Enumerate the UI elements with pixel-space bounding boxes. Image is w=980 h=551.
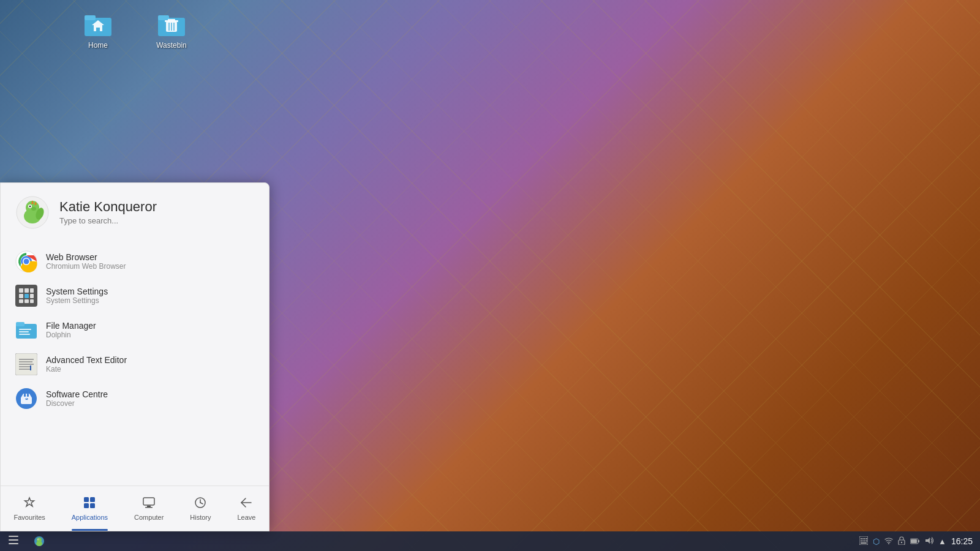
app-launcher: Katie Konqueror Web Browser xyxy=(0,182,270,531)
file-manager-subtitle: Dolphin xyxy=(46,331,96,339)
svg-point-69 xyxy=(36,541,42,546)
svg-rect-78 xyxy=(862,540,864,541)
nav-item-history[interactable]: History xyxy=(178,491,223,526)
nav-item-leave[interactable]: Leave xyxy=(225,491,268,526)
wifi-icon[interactable] xyxy=(884,536,893,547)
svg-point-18 xyxy=(31,207,36,211)
web-browser-name: Web Browser xyxy=(46,252,126,262)
nav-item-computer[interactable]: Computer xyxy=(122,491,176,526)
taskbar-kde-icon[interactable] xyxy=(33,535,45,547)
file-manager-text: File Manager Dolphin xyxy=(46,321,96,339)
svg-point-84 xyxy=(901,541,902,542)
svg-rect-40 xyxy=(19,334,30,335)
svg-rect-81 xyxy=(861,542,867,544)
nav-history-label: History xyxy=(190,514,211,521)
desktop-icon-wastebin[interactable]: Wastebin xyxy=(147,9,196,50)
leave-icon xyxy=(239,496,253,511)
svg-rect-37 xyxy=(16,322,24,326)
home-icon-label: Home xyxy=(88,41,108,50)
svg-rect-55 xyxy=(84,503,89,508)
svg-rect-32 xyxy=(30,294,34,298)
web-browser-subtitle: Chromium Web Browser xyxy=(46,262,126,271)
app-item-file-manager[interactable]: File Manager Dolphin xyxy=(1,313,269,347)
svg-rect-51 xyxy=(27,394,29,397)
svg-rect-64 xyxy=(9,536,18,537)
taskbar-right: ⬡ xyxy=(852,536,980,547)
svg-rect-39 xyxy=(19,331,29,332)
nav-item-applications[interactable]: Applications xyxy=(59,491,120,526)
keyboard-icon[interactable] xyxy=(859,536,868,547)
desktop-icon-home[interactable]: Home xyxy=(74,9,123,50)
app-item-advanced-text-editor[interactable]: Advanced Text Editor Kate xyxy=(1,347,269,381)
software-centre-name: Software Centre xyxy=(46,389,108,399)
svg-rect-56 xyxy=(90,503,95,508)
app-item-system-settings[interactable]: System Settings System Settings xyxy=(1,279,269,313)
svg-point-17 xyxy=(29,206,31,208)
svg-rect-73 xyxy=(861,538,862,539)
svg-marker-88 xyxy=(925,538,930,544)
web-browser-text: Web Browser Chromium Web Browser xyxy=(46,252,126,271)
svg-rect-27 xyxy=(19,288,23,293)
svg-line-62 xyxy=(200,503,203,504)
svg-rect-30 xyxy=(19,294,23,298)
file-manager-name: File Manager xyxy=(46,321,96,331)
app-item-software-centre[interactable]: Software Centre Discover xyxy=(1,381,269,416)
svg-rect-9 xyxy=(168,19,175,21)
svg-point-71 xyxy=(38,539,39,539)
software-centre-subtitle: Discover xyxy=(46,399,108,408)
svg-rect-28 xyxy=(24,288,29,293)
wastebin-icon-label: Wastebin xyxy=(156,41,187,50)
nav-favourites-label: Favourites xyxy=(13,514,45,521)
clock-display: 16:25 xyxy=(951,536,973,546)
svg-rect-80 xyxy=(866,540,867,541)
svg-rect-54 xyxy=(90,497,95,502)
system-settings-subtitle: System Settings xyxy=(46,296,108,305)
svg-rect-79 xyxy=(864,540,865,541)
svg-rect-47 xyxy=(30,365,31,370)
svg-rect-49 xyxy=(21,397,32,404)
desktop-icons: Home Wastebin xyxy=(74,9,196,50)
svg-rect-66 xyxy=(9,543,18,544)
nav-leave-label: Leave xyxy=(238,514,256,521)
text-editor-subtitle: Kate xyxy=(46,365,127,373)
svg-rect-75 xyxy=(864,538,865,539)
launcher-header: Katie Konqueror xyxy=(1,183,269,239)
nav-item-favourites[interactable]: Favourites xyxy=(1,491,57,526)
svg-rect-65 xyxy=(9,539,18,541)
web-browser-icon xyxy=(15,250,37,272)
svg-rect-53 xyxy=(84,497,89,502)
app-list: Web Browser Chromium Web Browser xyxy=(1,239,269,485)
taskbar-icons xyxy=(27,535,51,547)
volume-icon[interactable] xyxy=(925,537,933,546)
svg-rect-76 xyxy=(866,538,867,539)
menu-button[interactable] xyxy=(5,533,22,549)
search-input[interactable] xyxy=(59,216,162,225)
launcher-title: Katie Konqueror xyxy=(59,199,162,215)
svg-rect-38 xyxy=(19,329,31,330)
app-item-web-browser[interactable]: Web Browser Chromium Web Browser xyxy=(1,244,269,279)
svg-rect-57 xyxy=(143,498,154,505)
expand-icon[interactable]: ▲ xyxy=(938,537,946,546)
wastebin-icon xyxy=(157,9,186,39)
computer-icon xyxy=(142,496,156,511)
text-editor-icon xyxy=(15,353,37,375)
software-centre-text: Software Centre Discover xyxy=(46,389,108,408)
taskbar: ⬡ xyxy=(0,531,980,551)
history-icon xyxy=(194,496,207,511)
svg-rect-6 xyxy=(158,15,169,20)
svg-rect-35 xyxy=(30,299,34,303)
svg-rect-87 xyxy=(911,539,917,543)
svg-point-25 xyxy=(24,259,29,264)
software-centre-icon xyxy=(15,388,37,410)
svg-rect-50 xyxy=(24,394,26,397)
battery-icon[interactable] xyxy=(910,537,920,546)
applications-icon xyxy=(83,496,96,511)
nav-applications-label: Applications xyxy=(72,514,108,521)
svg-rect-33 xyxy=(19,299,23,303)
favourites-icon xyxy=(23,496,36,511)
launcher-header-text: Katie Konqueror xyxy=(59,199,162,226)
lock-icon[interactable] xyxy=(898,536,905,547)
bluetooth-icon[interactable]: ⬡ xyxy=(873,537,880,546)
svg-rect-4 xyxy=(96,28,100,31)
text-editor-name: Advanced Text Editor xyxy=(46,355,127,365)
